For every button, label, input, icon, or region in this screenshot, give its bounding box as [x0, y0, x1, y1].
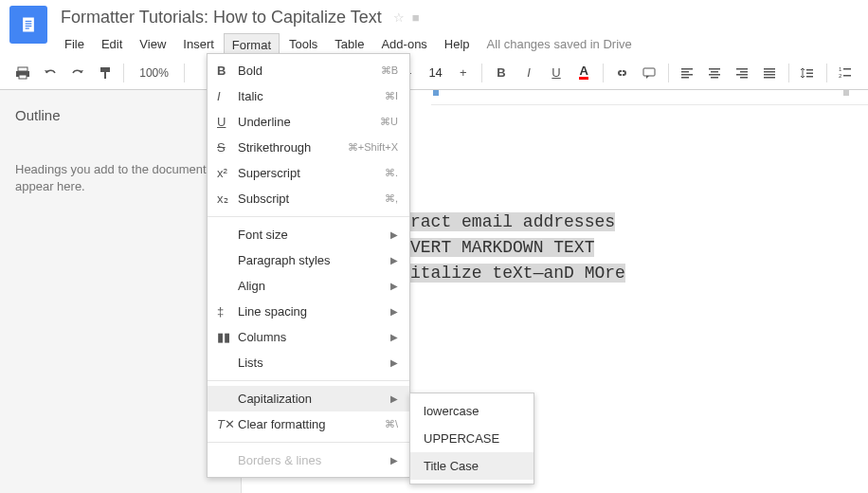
align-justify-icon: [762, 65, 777, 81]
folder-icon[interactable]: ■: [412, 10, 420, 25]
comment-button[interactable]: [637, 60, 662, 86]
format-italic[interactable]: IItalic⌘I: [208, 83, 409, 109]
underline-button[interactable]: U: [544, 60, 570, 86]
svg-rect-19: [736, 68, 748, 70]
format-capitalization[interactable]: Capitalization▶: [208, 386, 409, 411]
svg-rect-25: [764, 74, 775, 76]
separator: [788, 64, 789, 82]
italic-button[interactable]: I: [515, 60, 541, 86]
chevron-right-icon: ▶: [390, 393, 398, 404]
redo-button[interactable]: [64, 60, 90, 86]
clear-format-icon: T✕: [217, 417, 238, 431]
svg-rect-33: [843, 75, 851, 77]
link-button[interactable]: [609, 60, 635, 86]
indent-marker[interactable]: [433, 90, 439, 96]
svg-rect-12: [681, 71, 689, 73]
align-center-button[interactable]: [702, 60, 728, 86]
svg-rect-21: [736, 74, 748, 76]
svg-rect-0: [23, 18, 34, 32]
format-strikethrough[interactable]: SStrikethrough⌘+Shift+X: [208, 135, 409, 160]
cap-lowercase[interactable]: lowercase: [410, 397, 533, 425]
title-area: Formatter Tutorials: How to Capitalize T…: [57, 6, 859, 56]
cap-titlecase[interactable]: Title Case: [410, 452, 533, 480]
svg-text:2: 2: [839, 73, 842, 79]
print-button[interactable]: [9, 60, 35, 86]
svg-rect-28: [806, 72, 813, 74]
comment-icon: [642, 65, 657, 81]
chevron-right-icon: ▶: [390, 281, 398, 291]
format-columns[interactable]: ▮▮Columns▶: [208, 324, 409, 350]
docs-logo[interactable]: [9, 6, 47, 44]
align-right-button[interactable]: [730, 60, 755, 86]
numbered-list-button[interactable]: 12: [833, 60, 859, 86]
capitalization-submenu: lowercase UPPERCASE Title Case: [409, 393, 534, 484]
outline-sidebar: Outline Headings you add to the document…: [0, 90, 242, 493]
chevron-right-icon: ▶: [390, 306, 398, 317]
format-borders: Borders & lines▶: [208, 447, 409, 473]
subscript-icon: x₂: [217, 192, 238, 206]
menu-help[interactable]: Help: [437, 33, 478, 56]
italic-icon: I: [217, 89, 238, 103]
svg-rect-32: [843, 68, 851, 70]
undo-button[interactable]: [37, 60, 63, 86]
format-paragraph-styles[interactable]: Paragraph styles▶: [208, 247, 409, 273]
link-icon: [614, 65, 629, 81]
separator: [603, 64, 604, 82]
svg-rect-29: [806, 76, 813, 78]
svg-rect-5: [18, 67, 27, 71]
svg-rect-15: [709, 68, 720, 70]
chevron-right-icon: ▶: [390, 332, 398, 342]
format-align[interactable]: Align▶: [208, 273, 409, 299]
line-spacing-icon: [800, 65, 815, 81]
format-superscript[interactable]: x²Superscript⌘.: [208, 160, 409, 186]
italic-icon: I: [527, 65, 531, 80]
menu-file[interactable]: File: [57, 33, 92, 56]
bold-button[interactable]: B: [488, 60, 514, 86]
svg-rect-8: [100, 67, 110, 72]
svg-rect-1: [26, 21, 32, 22]
paint-format-button[interactable]: [92, 60, 118, 86]
separator: [123, 64, 124, 82]
font-size-increase[interactable]: +: [450, 60, 476, 86]
svg-rect-27: [806, 69, 813, 71]
align-left-button[interactable]: [675, 60, 700, 86]
chevron-right-icon: ▶: [390, 229, 398, 240]
text-color-button[interactable]: A: [571, 60, 597, 86]
svg-rect-18: [711, 77, 718, 79]
separator: [184, 64, 185, 82]
font-size-input[interactable]: 14: [423, 65, 448, 80]
format-font-size[interactable]: Font size▶: [208, 222, 409, 247]
menu-bar: File Edit View Insert Format Tools Table…: [57, 33, 859, 56]
header: Formatter Tutorials: How to Capitalize T…: [0, 0, 868, 56]
cap-uppercase[interactable]: UPPERCASE: [410, 425, 533, 452]
format-subscript[interactable]: x₂Subscript⌘,: [208, 186, 409, 211]
line-spacing-icon: ‡: [217, 304, 238, 319]
chevron-right-icon: ▶: [390, 455, 398, 466]
svg-rect-20: [740, 71, 748, 73]
document-title[interactable]: Formatter Tutorials: How to Capitalize T…: [57, 6, 386, 29]
underline-icon: U: [552, 65, 560, 80]
zoom-select[interactable]: 100%: [130, 66, 178, 80]
align-justify-button[interactable]: [757, 60, 783, 86]
format-clear[interactable]: T✕Clear formatting⌘\: [208, 411, 409, 437]
separator: [208, 442, 409, 443]
format-line-spacing[interactable]: ‡Line spacing▶: [208, 299, 409, 324]
right-margin-marker[interactable]: [843, 90, 849, 96]
star-icon[interactable]: ☆: [393, 10, 405, 25]
svg-rect-17: [709, 74, 720, 76]
line-spacing-button[interactable]: [795, 60, 821, 86]
superscript-icon: x²: [217, 166, 238, 180]
format-bold[interactable]: BBold⌘B: [208, 58, 409, 83]
menu-view[interactable]: View: [132, 33, 173, 56]
bold-icon: B: [497, 65, 505, 80]
svg-rect-4: [26, 27, 29, 28]
menu-edit[interactable]: Edit: [94, 33, 130, 56]
svg-rect-26: [764, 77, 775, 79]
format-underline[interactable]: UUnderline⌘U: [208, 109, 409, 135]
ruler[interactable]: [431, 90, 868, 105]
separator: [208, 216, 409, 217]
separator: [826, 64, 827, 82]
print-icon: [15, 65, 30, 81]
format-lists[interactable]: Lists▶: [208, 350, 409, 375]
align-right-icon: [734, 65, 750, 81]
